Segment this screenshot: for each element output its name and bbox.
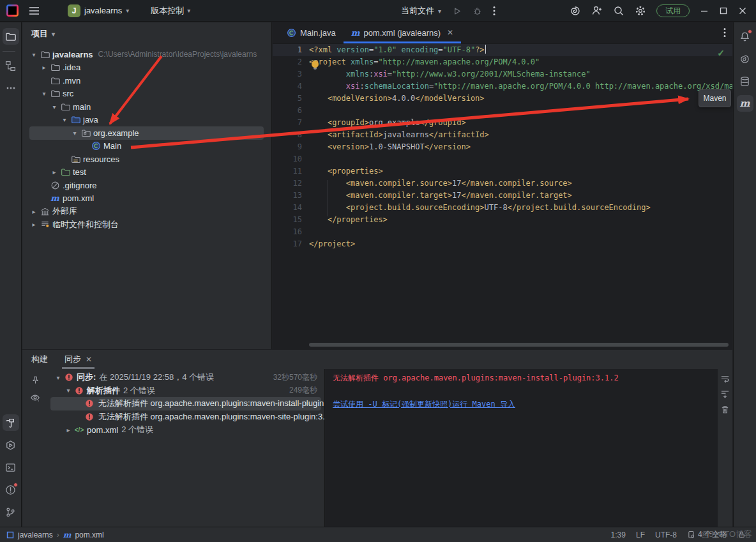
editor-tab-Main.java[interactable]: Main.java bbox=[279, 22, 344, 43]
main-menu-button[interactable] bbox=[29, 6, 40, 15]
row-duration: 32秒570毫秒 bbox=[273, 372, 317, 383]
project-tree-item-.gitignore[interactable]: .gitignore bbox=[22, 179, 271, 192]
inspection-status-icon[interactable]: ✓ bbox=[717, 48, 725, 58]
soft-wrap-icon[interactable] bbox=[720, 374, 730, 384]
encoding-widget[interactable]: UTF-8 bbox=[655, 531, 677, 539]
line-number: 10 bbox=[273, 153, 302, 165]
search-everywhere-button[interactable] bbox=[613, 5, 624, 17]
pin-icon[interactable] bbox=[31, 375, 40, 385]
tool-button-structure[interactable] bbox=[3, 57, 19, 74]
project-tree-item-Main[interactable]: Main bbox=[22, 140, 271, 153]
breadcrumb-file[interactable]: pom.xml bbox=[75, 531, 103, 539]
tab-options-button[interactable] bbox=[723, 27, 726, 38]
editor-tab-pom.xml[interactable]: mpom.xml (javalearns)✕ bbox=[344, 22, 461, 43]
tool-button-ai-assistant[interactable] bbox=[737, 50, 753, 67]
chevron-right-icon[interactable]: ▸ bbox=[29, 221, 39, 228]
row-text: 在 2025/11/19 22:58，4 个错误 bbox=[99, 372, 214, 383]
trial-button[interactable]: 试用 bbox=[656, 4, 690, 17]
tool-button-notifications[interactable] bbox=[737, 28, 753, 45]
project-tree-item-.idea[interactable]: ▸.idea bbox=[22, 61, 271, 75]
project-tree-item-javalearns[interactable]: ▾javalearnsC:\Users\Administrator\IdeaPr… bbox=[22, 48, 271, 61]
clear-all-trash-icon[interactable] bbox=[720, 405, 730, 414]
window-minimize-button[interactable] bbox=[700, 6, 709, 15]
badge-dot bbox=[748, 29, 752, 34]
filter-eye-icon[interactable] bbox=[30, 393, 40, 403]
build-tree-row-4[interactable]: 无法解析插件 org.apache.maven.plugins:maven-si… bbox=[48, 410, 324, 424]
window-close-button[interactable] bbox=[738, 6, 747, 15]
line-number: 12 bbox=[273, 177, 302, 190]
tree-item-label: 临时文件和控制台 bbox=[52, 219, 119, 230]
package-icon bbox=[80, 128, 91, 138]
module-icon bbox=[6, 531, 14, 539]
tab-label: Main.java bbox=[300, 28, 336, 38]
indent-widget[interactable]: 4 个空格 bbox=[687, 529, 727, 540]
project-tree-item-org.example[interactable]: ▾org.example bbox=[22, 126, 271, 140]
line-number: 16 bbox=[273, 226, 302, 238]
code-line-13: 13 <maven.compiler.target>17</maven.comp… bbox=[273, 190, 732, 202]
add-user-button[interactable] bbox=[591, 5, 603, 17]
vcs-widget[interactable]: 版本控制 ▾ bbox=[151, 5, 190, 17]
chevron-down-icon[interactable]: ▾ bbox=[52, 31, 55, 38]
project-tree-item-test[interactable]: ▸test bbox=[22, 166, 271, 179]
editor-area[interactable]: Main.javampom.xml (javalearns)✕ 1<?xml v… bbox=[273, 22, 732, 349]
tool-button-problems[interactable] bbox=[3, 481, 19, 498]
project-tree-item-resources[interactable]: resources bbox=[22, 153, 271, 166]
chevron-right-icon[interactable]: ▸ bbox=[63, 426, 73, 433]
more-actions-button[interactable] bbox=[493, 6, 495, 16]
tool-button-maven-tool[interactable]: m bbox=[737, 95, 753, 112]
row-text: 2 个错误 bbox=[121, 424, 153, 435]
window-maximize-button[interactable] bbox=[719, 6, 728, 15]
project-tree-item-src[interactable]: ▾src bbox=[22, 87, 271, 101]
scroll-to-end-icon[interactable] bbox=[720, 389, 730, 399]
tool-button-build[interactable] bbox=[3, 414, 19, 431]
chevron-right-icon[interactable]: ▸ bbox=[39, 64, 49, 71]
project-widget[interactable]: J javalearns ▾ bbox=[68, 4, 129, 17]
ai-assistant-button[interactable] bbox=[570, 5, 581, 17]
build-tree-row-1[interactable]: ▾同步:在 2025/11/19 22:58，4 个错误32秒570毫秒 bbox=[48, 371, 324, 384]
caret-position-widget[interactable]: 1:39 bbox=[611, 531, 626, 539]
breadcrumb-project[interactable]: javalearns bbox=[18, 531, 53, 539]
build-tab-同步[interactable]: 同步✕ bbox=[64, 350, 92, 369]
build-tree-row-5[interactable]: ▸</>pom.xml2 个错误 bbox=[48, 423, 324, 437]
chevron-down-icon[interactable]: ▾ bbox=[53, 374, 63, 381]
chevron-right-icon[interactable]: ▸ bbox=[29, 208, 39, 215]
settings-gear-icon[interactable] bbox=[635, 5, 646, 17]
chevron-right-icon[interactable]: ▸ bbox=[49, 169, 59, 176]
close-icon[interactable]: ✕ bbox=[447, 28, 453, 37]
tool-button-git[interactable] bbox=[3, 504, 19, 520]
horizontal-scrollbar[interactable] bbox=[309, 343, 729, 347]
project-tree-item--[interactable]: ▸临时文件和控制台 bbox=[22, 218, 271, 232]
tool-button-services[interactable] bbox=[3, 437, 19, 453]
tool-button-database[interactable] bbox=[737, 73, 753, 89]
chevron-down-icon[interactable]: ▾ bbox=[39, 90, 49, 97]
folder-icon bbox=[49, 63, 61, 72]
tool-button-project-folder[interactable] bbox=[3, 28, 19, 45]
console-action-link[interactable]: 尝试使用 -U 标记(强制更新快照)运行 Maven 导入 bbox=[333, 399, 515, 410]
project-tree-item-pom.xml[interactable]: mpom.xml bbox=[22, 192, 271, 206]
close-icon[interactable]: ✕ bbox=[86, 355, 92, 364]
chevron-down-icon[interactable]: ▾ bbox=[63, 387, 73, 394]
build-panel-right-toolbar bbox=[718, 369, 732, 527]
chevron-down-icon[interactable]: ▾ bbox=[49, 103, 59, 110]
run-button[interactable] bbox=[452, 6, 462, 16]
run-configuration-widget[interactable]: 当前文件 ▾ bbox=[401, 5, 441, 17]
code-line-text: xsi:schemaLocation="http://maven.apache.… bbox=[309, 80, 732, 93]
project-tree-item-main[interactable]: ▾main bbox=[22, 100, 271, 114]
project-tree-item-.mvn[interactable]: .mvn bbox=[22, 74, 271, 87]
intention-bulb-icon[interactable] bbox=[312, 61, 319, 68]
build-tab-构建[interactable]: 构建 bbox=[31, 350, 48, 369]
project-tree-item-java[interactable]: ▾java bbox=[22, 114, 271, 127]
build-tree-row-3[interactable]: 无法解析插件 org.apache.maven.plugins:maven-in… bbox=[48, 397, 324, 410]
build-tree-row-2[interactable]: ▾解析插件2 个错误249毫秒 bbox=[48, 384, 324, 398]
tool-button-terminal[interactable] bbox=[3, 459, 19, 476]
readonly-lock-icon[interactable] bbox=[737, 531, 746, 539]
debug-button[interactable] bbox=[472, 6, 482, 16]
line-separator-widget[interactable]: LF bbox=[636, 531, 645, 539]
project-tree-item--[interactable]: ▸外部库 bbox=[22, 205, 271, 218]
code-editor[interactable]: 1<?xml version="1.0" encoding="UTF-8"?>2… bbox=[273, 44, 732, 349]
chevron-down-icon[interactable]: ▾ bbox=[29, 51, 39, 58]
build-panel-left-toolbar bbox=[22, 369, 48, 527]
chevron-down-icon[interactable]: ▾ bbox=[59, 116, 70, 123]
chevron-down-icon[interactable]: ▾ bbox=[70, 130, 80, 137]
tool-button-more[interactable] bbox=[3, 80, 19, 96]
